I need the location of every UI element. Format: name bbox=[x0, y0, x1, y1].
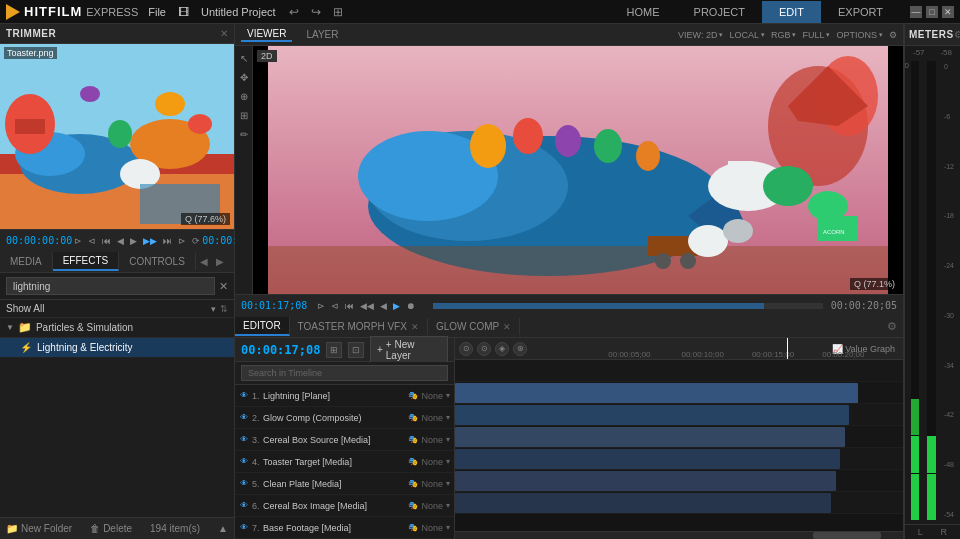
nav-tab-export[interactable]: EXPORT bbox=[821, 1, 900, 23]
clip-row-6[interactable] bbox=[455, 471, 836, 491]
table-row[interactable]: 👁 4. Toaster Target [Media] 🎭 None ▾ bbox=[235, 451, 454, 473]
nav-tab-home[interactable]: HOME bbox=[610, 1, 677, 23]
table-row[interactable]: 👁 1. Lightning [Plane] 🎭 None ▾ bbox=[235, 385, 454, 407]
local-option[interactable]: LOCAL ▾ bbox=[729, 30, 765, 40]
table-row[interactable]: 👁 3. Cereal Box Source [Media] 🎭 None ▾ bbox=[235, 429, 454, 451]
ruler-btn-3[interactable]: ◈ bbox=[495, 342, 509, 356]
timeline-search-input[interactable] bbox=[241, 365, 448, 381]
tool-pen[interactable]: ✏ bbox=[236, 126, 252, 142]
viewer-transport-rewind[interactable]: ◀◀ bbox=[358, 300, 376, 312]
close-button[interactable]: ✕ bbox=[942, 6, 954, 18]
transport-next[interactable]: ⏭ bbox=[161, 235, 174, 247]
sort-icon[interactable]: ⇅ bbox=[220, 304, 228, 314]
viewer-transport-record[interactable]: ⏺ bbox=[404, 300, 417, 312]
glow-tab-close[interactable]: ✕ bbox=[503, 322, 511, 332]
media-tab-arrow-right[interactable]: ▶ bbox=[212, 254, 228, 269]
track-eye-2[interactable]: 👁 bbox=[239, 413, 249, 423]
ruler-btn-2[interactable]: ⊙ bbox=[477, 342, 491, 356]
editor-panel-settings[interactable]: ⚙ bbox=[881, 320, 903, 333]
viewer-transport-play[interactable]: ▶ bbox=[391, 300, 402, 312]
viewer-transport-go-start[interactable]: ⊳ bbox=[315, 300, 327, 312]
new-layer-button[interactable]: + + New Layer bbox=[370, 336, 448, 364]
clip-row-4[interactable] bbox=[455, 427, 845, 447]
tool-move[interactable]: ✥ bbox=[236, 69, 252, 85]
show-all-arrow[interactable]: ▾ bbox=[211, 304, 216, 314]
track-eye-5[interactable]: 👁 bbox=[239, 479, 249, 489]
tool-select[interactable]: ↖ bbox=[236, 50, 252, 66]
timeline-snap-btn[interactable]: ⊞ bbox=[326, 342, 342, 358]
track-arrow-4[interactable]: ▾ bbox=[446, 457, 450, 466]
transport-frame-forward[interactable]: ▶ bbox=[128, 235, 139, 247]
clip-row-2[interactable] bbox=[455, 383, 858, 403]
transport-step-back[interactable]: ⊳ bbox=[72, 235, 84, 247]
redo-button[interactable]: ↪ bbox=[308, 4, 324, 20]
clip-row-3[interactable] bbox=[455, 405, 849, 425]
scrollbar-thumb[interactable] bbox=[813, 532, 880, 539]
new-folder-button[interactable]: 📁 New Folder bbox=[6, 523, 72, 534]
media-tab-effects[interactable]: EFFECTS bbox=[53, 252, 120, 271]
media-tab-media[interactable]: MEDIA bbox=[0, 253, 53, 270]
undo-button[interactable]: ↩ bbox=[286, 4, 302, 20]
editor-tab-toaster[interactable]: TOASTER MORPH VFX ✕ bbox=[290, 318, 428, 335]
transport-prev[interactable]: ⏮ bbox=[100, 235, 113, 247]
meters-settings[interactable]: ⚙ bbox=[954, 29, 960, 40]
viewer-transport-go-end[interactable]: ⊲ bbox=[329, 300, 341, 312]
track-arrow-5[interactable]: ▾ bbox=[446, 479, 450, 488]
editor-tab-glow[interactable]: GLOW COMP ✕ bbox=[428, 318, 520, 335]
viewer-settings-icon[interactable]: ⚙ bbox=[889, 30, 897, 40]
track-eye-4[interactable]: 👁 bbox=[239, 457, 249, 467]
viewer-transport-prev-frame[interactable]: ⏮ bbox=[343, 300, 356, 312]
delete-button[interactable]: 🗑 Delete bbox=[90, 523, 132, 534]
full-option[interactable]: FULL ▾ bbox=[802, 30, 830, 40]
viewer-tab-layer[interactable]: LAYER bbox=[300, 28, 344, 41]
track-arrow-3[interactable]: ▾ bbox=[446, 435, 450, 444]
menu-file[interactable]: File bbox=[148, 6, 166, 18]
transport-mark-out[interactable]: ⊳ bbox=[176, 235, 188, 247]
effects-search-input[interactable] bbox=[6, 277, 215, 295]
table-row[interactable]: 👁 6. Cereal Box Image [Media] 🎭 None ▾ bbox=[235, 495, 454, 517]
timeline-ripple-btn[interactable]: ⊡ bbox=[348, 342, 364, 358]
rgb-option[interactable]: RGB ▾ bbox=[771, 30, 797, 40]
effects-category-particles[interactable]: ▼ 📁 Particles & Simulation bbox=[0, 318, 234, 338]
track-eye-3[interactable]: 👁 bbox=[239, 435, 249, 445]
nav-tab-project[interactable]: PROJECT bbox=[677, 1, 762, 23]
transport-mark-in[interactable]: ⊲ bbox=[86, 235, 98, 247]
transport-play[interactable]: ▶▶ bbox=[141, 235, 159, 247]
nav-tab-edit[interactable]: EDIT bbox=[762, 1, 821, 23]
viewer-transport-frame-back2[interactable]: ◀ bbox=[378, 300, 389, 312]
track-eye-1[interactable]: 👁 bbox=[239, 391, 249, 401]
viewer-tab-viewer[interactable]: VIEWER bbox=[241, 27, 292, 42]
ruler-btn-4[interactable]: ⊛ bbox=[513, 342, 527, 356]
track-eye-6[interactable]: 👁 bbox=[239, 501, 249, 511]
media-tab-arrow-left[interactable]: ◀ bbox=[196, 254, 212, 269]
track-arrow-1[interactable]: ▾ bbox=[446, 391, 450, 400]
tool-crop[interactable]: ⊞ bbox=[236, 107, 252, 123]
clip-row-7[interactable] bbox=[455, 493, 831, 513]
trimmer-close[interactable]: ✕ bbox=[220, 28, 228, 39]
transport-loop[interactable]: ⟳ bbox=[190, 235, 202, 247]
table-row[interactable]: 👁 5. Clean Plate [Media] 🎭 None ▾ bbox=[235, 473, 454, 495]
media-tab-controls[interactable]: CONTROLS bbox=[119, 253, 196, 270]
ruler-btn-1[interactable]: ⊙ bbox=[459, 342, 473, 356]
tool-zoom[interactable]: ⊕ bbox=[236, 88, 252, 104]
table-row[interactable]: 👁 7. Base Footage [Media] 🎭 None ▾ bbox=[235, 517, 454, 539]
table-row[interactable]: 👁 2. Glow Comp (Composite) 🎭 None ▾ bbox=[235, 407, 454, 429]
transport-frame-back[interactable]: ◀ bbox=[115, 235, 126, 247]
editor-tab-editor[interactable]: EDITOR bbox=[235, 317, 290, 336]
viewer-progress-bar[interactable] bbox=[433, 303, 823, 309]
view-option[interactable]: VIEW: 2D ▾ bbox=[678, 30, 723, 40]
clip-row-5[interactable] bbox=[455, 449, 840, 469]
toaster-tab-close[interactable]: ✕ bbox=[411, 322, 419, 332]
timeline-scrollbar[interactable] bbox=[455, 531, 903, 539]
grid-button[interactable]: ⊞ bbox=[330, 4, 346, 20]
track-arrow-2[interactable]: ▾ bbox=[446, 413, 450, 422]
effects-item-lightning[interactable]: ⚡ Lightning & Electricity bbox=[0, 338, 234, 358]
track-arrow-7[interactable]: ▾ bbox=[446, 523, 450, 532]
footer-arrow[interactable]: ▲ bbox=[218, 523, 228, 534]
search-clear-button[interactable]: ✕ bbox=[219, 280, 228, 293]
maximize-button[interactable]: □ bbox=[926, 6, 938, 18]
minimize-button[interactable]: — bbox=[910, 6, 922, 18]
options-option[interactable]: OPTIONS ▾ bbox=[836, 30, 883, 40]
track-eye-7[interactable]: 👁 bbox=[239, 523, 249, 533]
track-arrow-6[interactable]: ▾ bbox=[446, 501, 450, 510]
